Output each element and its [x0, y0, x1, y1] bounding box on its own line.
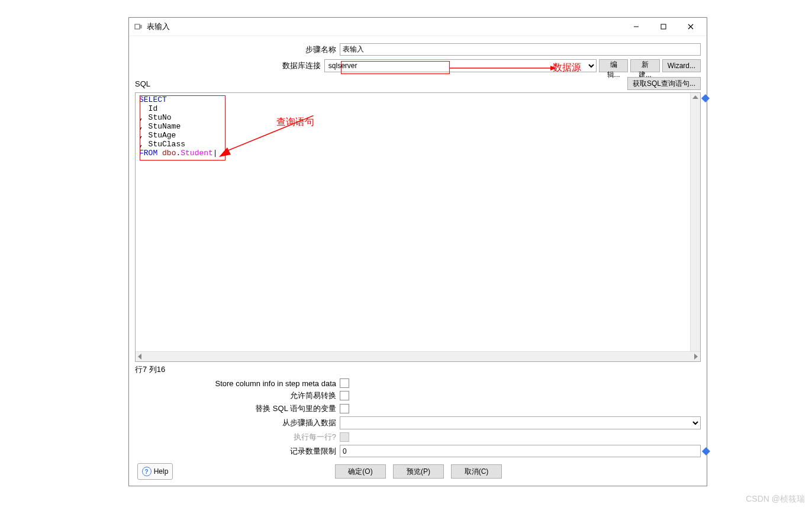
insert-from-step-label: 从步骤插入数据: [135, 418, 340, 428]
replace-vars-label: 替换 SQL 语句里的变量: [135, 403, 340, 414]
record-limit-label: 记录数量限制: [135, 446, 340, 457]
close-button[interactable]: [677, 18, 704, 36]
variable-icon: [701, 94, 710, 102]
svg-rect-1: [661, 24, 666, 29]
edit-conn-button[interactable]: 编辑...: [599, 59, 628, 72]
cancel-button[interactable]: 取消(C): [451, 464, 502, 479]
step-name-input[interactable]: [340, 43, 701, 56]
record-limit-input[interactable]: [340, 445, 701, 457]
allow-lazy-checkbox[interactable]: [340, 391, 349, 400]
replace-vars-checkbox[interactable]: [340, 404, 349, 413]
exec-each-row-label: 执行每一行?: [135, 432, 340, 442]
horizontal-scrollbar[interactable]: [136, 351, 700, 361]
help-icon: ?: [142, 467, 152, 476]
cursor-position: 行7 列16: [135, 362, 701, 377]
window-title: 表输入: [147, 21, 170, 32]
step-icon: [134, 22, 143, 31]
minimize-button[interactable]: [623, 18, 650, 36]
svg-rect-0: [135, 24, 140, 29]
sql-label: SQL: [135, 79, 150, 88]
ok-button[interactable]: 确定(O): [335, 464, 386, 479]
store-col-info-checkbox[interactable]: [340, 378, 349, 388]
exec-each-row-checkbox: [340, 432, 349, 442]
titlebar: 表输入: [129, 18, 707, 36]
step-name-label: 步骤名称: [135, 44, 340, 55]
db-conn-select[interactable]: sqlserver: [324, 59, 597, 72]
sql-editor-container: SELECT Id , StuNo , StuName , StuAge , S…: [135, 92, 701, 362]
get-sql-button[interactable]: 获取SQL查询语句...: [627, 77, 701, 90]
watermark: CSDN @桢筱瑞: [746, 494, 805, 505]
new-conn-button[interactable]: 新建...: [630, 59, 659, 72]
preview-button[interactable]: 预览(P): [393, 464, 444, 479]
maximize-button[interactable]: [650, 18, 677, 36]
wizard-button[interactable]: Wizard...: [662, 59, 701, 72]
sql-editor[interactable]: SELECT Id , StuNo , StuName , StuAge , S…: [136, 93, 700, 351]
help-button[interactable]: ? Help: [137, 463, 173, 480]
store-col-info-label: Store column info in step meta data: [135, 379, 340, 388]
variable-icon: [702, 447, 710, 455]
db-conn-label: 数据库连接: [135, 60, 324, 71]
allow-lazy-label: 允许简易转换: [135, 390, 340, 401]
insert-from-step-select[interactable]: [340, 416, 701, 429]
dialog-window: 表输入 步骤名称 数据库连接 sqlserver 编辑...: [128, 17, 707, 486]
